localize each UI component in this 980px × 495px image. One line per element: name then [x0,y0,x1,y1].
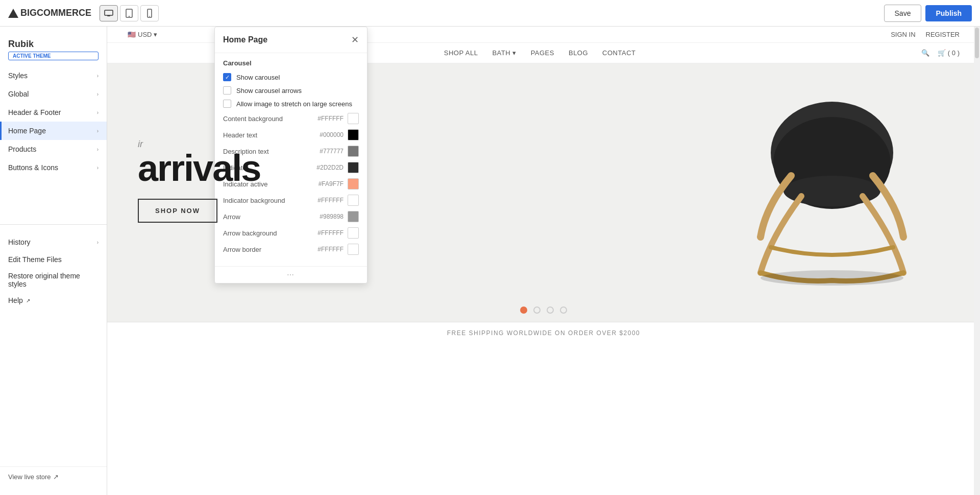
carousel-dot-4[interactable] [560,307,567,314]
hero-cta-button[interactable]: SHOP NOW [138,199,217,223]
sidebar-item-buttons-icons[interactable]: Buttons & Icons › [0,158,107,177]
sidebar-item-global[interactable]: Global › [0,85,107,103]
svg-point-6 [149,16,150,17]
sidebar-item-edit-theme-files[interactable]: Edit Theme Files [0,251,107,268]
show-carousel-row: Show carousel [223,73,359,81]
external-link-icon: ↗ [26,298,30,303]
nav-bath[interactable]: BATH ▾ [492,49,516,57]
logo-text: BIGCOMMERCE [20,8,91,18]
chevron-down-icon: ▾ [154,31,157,38]
show-arrows-row: Show carousel arrows [223,86,359,95]
scroll-indicator: ⋯ [287,271,295,279]
sidebar-item-label: Global [8,90,29,98]
sidebar-item-label: Buttons & Icons [8,163,58,172]
topbar-left: BIGCOMMERCE [8,5,159,21]
hero-title: arrivals [138,150,949,186]
stretch-image-row: Allow image to stretch on large screens [223,100,359,108]
tablet-device-button[interactable] [120,5,138,21]
logo: BIGCOMMERCE [8,8,91,18]
cart-icon[interactable]: 🛒 ( 0 ) [938,49,960,57]
sidebar-item-label: Header & Footer [8,108,61,116]
logo-icon [8,9,18,18]
view-live-label: View live store [8,473,51,481]
sidebar-divider [0,224,107,225]
sidebar-item-header-footer[interactable]: Header & Footer › [0,103,107,122]
chevron-right-icon: › [97,147,99,152]
sidebar-item-label: Products [8,145,36,153]
desktop-device-button[interactable] [100,5,118,21]
chevron-down-icon: ▾ [512,49,517,57]
carousel-dot-2[interactable] [533,307,541,314]
carousel-section-label: Carousel [223,59,359,67]
carousel-dot-3[interactable] [547,307,554,314]
publish-button[interactable]: Publish [925,5,972,21]
show-arrows-label: Show carousel arrows [236,87,302,95]
hero-text: ir arrivals SHOP NOW [107,108,980,253]
preview-scrollbar[interactable] [974,27,980,495]
register-link[interactable]: REGISTER [926,31,960,38]
chevron-right-icon: › [97,128,99,134]
carousel-dot-1[interactable] [520,307,527,314]
stretch-image-checkbox[interactable] [223,100,231,108]
tablet-icon [126,9,133,18]
sidebar-item-label: History [8,238,31,246]
chevron-right-icon: › [97,91,99,97]
sidebar-item-restore-styles[interactable]: Restore original theme styles [0,268,107,292]
currency-label: USD [138,31,152,38]
desktop-icon [104,10,113,17]
svg-point-4 [129,16,130,17]
sidebar-item-history[interactable]: History › [0,233,107,251]
chevron-right-icon: › [97,165,99,171]
stretch-image-label: Allow image to stretch on large screens [236,100,352,108]
panel-scroll-hint: ⋯ [215,266,367,283]
sidebar-item-label: Home Page [8,127,46,135]
shipping-bar: FREE SHIPPING WORLDWIDE ON ORDER OVER $2… [107,322,980,344]
store-nav-links: SHOP ALL BATH ▾ PAGES BLOG CONTACT [444,49,636,57]
store-auth-links: SIGN IN REGISTER [891,31,960,38]
show-carousel-label: Show carousel [236,74,280,81]
save-button[interactable]: Save [884,5,922,22]
show-arrows-checkbox[interactable] [223,86,231,95]
sidebar-item-label: Styles [8,72,28,80]
chevron-right-icon: › [97,240,99,245]
panel-title: Home Page [223,35,267,44]
sidebar-item-home-page[interactable]: Home Page › [0,122,107,140]
flag-icon: 🇺🇸 [128,31,136,38]
nav-contact[interactable]: CONTACT [602,49,635,57]
sidebar: Rubik ACTIVE THEME Styles › Global › Hea… [0,27,107,495]
mobile-device-button[interactable] [140,5,159,21]
view-live-store-link[interactable]: View live store ↗ [8,473,99,481]
panel-close-button[interactable]: ✕ [351,34,359,45]
search-icon[interactable]: 🔍 [921,49,929,57]
chevron-right-icon: › [97,110,99,115]
cart-count: ( 0 ) [948,49,960,57]
main-layout: Rubik ACTIVE THEME Styles › Global › Hea… [0,27,980,495]
currency-selector[interactable]: 🇺🇸 USD ▾ [128,31,157,38]
nav-blog[interactable]: BLOG [569,49,588,57]
show-carousel-checkbox[interactable] [223,73,231,81]
sidebar-nav: Styles › Global › Header & Footer › Home… [0,66,107,220]
sidebar-item-products[interactable]: Products › [0,140,107,158]
preview-area: 🇺🇸 USD ▾ SIGN IN REGISTER SHOP ALL BATH … [107,27,980,495]
sidebar-item-help[interactable]: Help ↗ [0,292,107,309]
store-nav-icons: 🔍 🛒 ( 0 ) [921,49,960,57]
nav-pages[interactable]: PAGES [531,49,554,57]
device-icons [100,5,159,21]
nav-shop-all[interactable]: SHOP ALL [444,49,478,57]
topbar-right: Save Publish [884,5,972,22]
carousel-dots [107,298,980,322]
sidebar-link-label: Help [8,296,23,304]
sign-in-link[interactable]: SIGN IN [891,31,915,38]
svg-point-10 [761,270,903,286]
topbar: BIGCOMMERCE [0,0,980,27]
scrollbar-thumb[interactable] [975,28,979,58]
mobile-icon [147,9,152,18]
sidebar-link-label: Restore original theme styles [8,272,99,288]
chevron-right-icon: › [97,73,99,79]
sidebar-item-styles[interactable]: Styles › [0,66,107,85]
active-theme-badge: ACTIVE THEME [8,52,99,60]
panel-header: Home Page ✕ [215,27,367,53]
sidebar-bottom: History › Edit Theme Files Restore origi… [0,229,107,313]
theme-name: Rubik [0,35,107,52]
sidebar-link-label: Edit Theme Files [8,255,62,264]
